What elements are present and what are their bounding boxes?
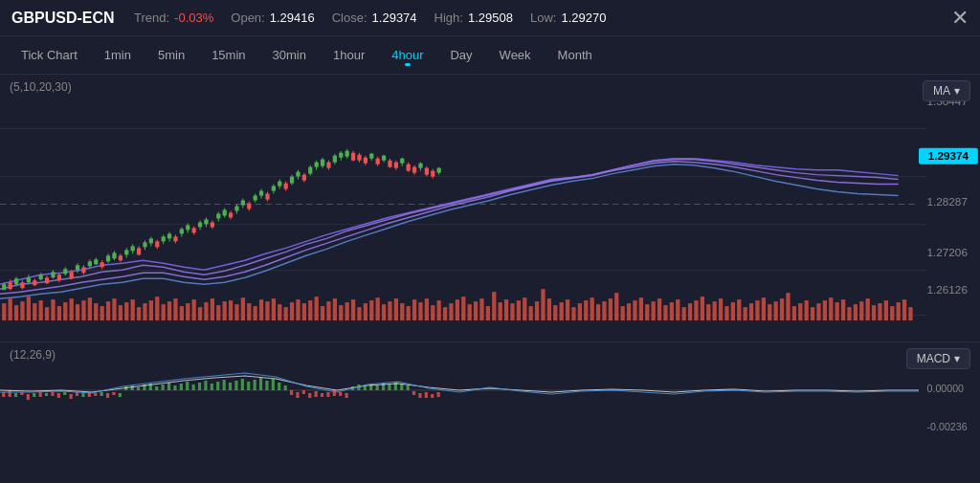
ma-indicator-button[interactable]: MA ▾ [923,80,970,101]
svg-rect-64 [388,301,391,320]
svg-rect-268 [357,155,361,161]
svg-rect-105 [639,297,643,320]
svg-rect-362 [364,386,367,390]
svg-rect-110 [670,302,674,320]
open-stat: Open: 1.29416 [231,11,314,25]
svg-rect-359 [345,393,348,398]
ma-params-label: (5,10,20,30) [10,80,72,94]
svg-rect-288 [418,164,422,168]
svg-rect-34 [204,302,208,320]
macd-params-label: (12,26,9) [10,348,56,362]
svg-rect-114 [694,300,698,320]
svg-rect-82 [499,302,502,320]
open-label: Open: [231,11,264,25]
svg-rect-170 [57,274,61,280]
svg-rect-350 [290,390,293,395]
low-label: Low: [530,11,556,25]
svg-rect-22 [131,299,135,320]
svg-rect-119 [724,306,728,320]
svg-rect-43 [259,299,263,320]
svg-rect-46 [278,304,281,320]
svg-rect-160 [27,277,31,282]
svg-rect-333 [186,382,189,390]
svg-rect-88 [535,301,539,320]
svg-rect-108 [657,298,661,320]
timeframe-tab-day[interactable]: Day [436,40,485,70]
macd-chart: (12,26,9) MACD ▾ [0,342,980,438]
svg-rect-99 [602,301,606,320]
svg-rect-98 [596,304,600,320]
svg-rect-7 [39,300,43,320]
svg-rect-258 [326,163,330,168]
timeframe-tab-30min[interactable]: 30min [259,40,320,70]
svg-rect-374 [437,392,440,397]
svg-rect-240 [272,187,276,191]
svg-rect-226 [229,212,233,217]
svg-rect-292 [431,171,434,177]
timeframe-tab-month[interactable]: Month [545,40,606,70]
svg-rect-127 [774,301,778,320]
svg-rect-100 [609,298,612,320]
svg-rect-345 [259,378,262,390]
svg-rect-41 [247,303,251,320]
timeframe-tab-1hour[interactable]: 1hour [320,40,378,70]
svg-rect-351 [296,392,299,398]
svg-rect-148 [902,299,906,320]
svg-rect-355 [321,393,323,397]
candle-group [2,149,441,290]
svg-rect-39 [234,304,238,320]
svg-text:1.27206: 1.27206 [927,248,968,259]
svg-rect-2 [9,298,12,320]
svg-rect-11 [63,302,67,320]
timeframe-tab-4hour[interactable]: 4hour [378,40,436,70]
svg-rect-142 [866,298,870,320]
svg-rect-31 [186,303,189,320]
svg-rect-353 [308,393,311,398]
svg-rect-304 [9,390,11,397]
svg-rect-319 [100,392,103,396]
svg-rect-364 [376,385,379,390]
svg-rect-86 [523,297,526,320]
svg-rect-139 [847,307,851,320]
main-chart-svg: 1.30447 1.29374 1.28287 1.27206 1.26126 … [0,75,980,341]
macd-indicator-label: MACD [917,352,950,365]
svg-rect-322 [119,393,122,397]
timeframe-tab-week[interactable]: Week [486,40,545,70]
svg-rect-57 [345,302,349,320]
svg-rect-222 [216,213,220,218]
macd-indicator-button[interactable]: MACD ▾ [906,348,970,369]
svg-rect-284 [407,165,411,171]
svg-rect-112 [682,307,686,320]
svg-rect-29 [173,298,177,320]
timeframe-tab-1min[interactable]: 1min [91,40,145,70]
svg-rect-75 [456,299,459,320]
svg-rect-129 [786,293,790,320]
svg-rect-309 [39,392,42,397]
svg-rect-248 [296,172,300,177]
svg-rect-111 [676,299,679,320]
svg-rect-54 [326,301,330,320]
svg-rect-10 [57,306,61,320]
low-stat: Low: 1.29270 [530,11,606,25]
low-value: 1.29270 [561,11,606,25]
svg-rect-176 [76,265,79,270]
svg-rect-133 [811,307,814,320]
svg-rect-132 [805,300,809,320]
svg-rect-21 [124,302,128,320]
svg-rect-19 [112,298,116,320]
svg-rect-174 [70,272,74,278]
svg-rect-18 [106,301,110,320]
svg-rect-202 [155,241,159,247]
svg-rect-367 [394,382,397,390]
svg-rect-138 [841,299,845,320]
svg-rect-356 [326,392,329,397]
timeframe-tab-tick-chart[interactable]: Tick Chart [8,40,91,70]
svg-rect-12 [70,298,74,320]
svg-rect-116 [706,304,710,320]
close-button[interactable]: ✕ [951,8,969,29]
timeframe-tab-15min[interactable]: 15min [198,40,258,70]
svg-rect-318 [94,393,97,396]
timeframe-tab-5min[interactable]: 5min [145,40,198,70]
svg-rect-55 [333,298,337,320]
svg-rect-89 [541,289,545,320]
